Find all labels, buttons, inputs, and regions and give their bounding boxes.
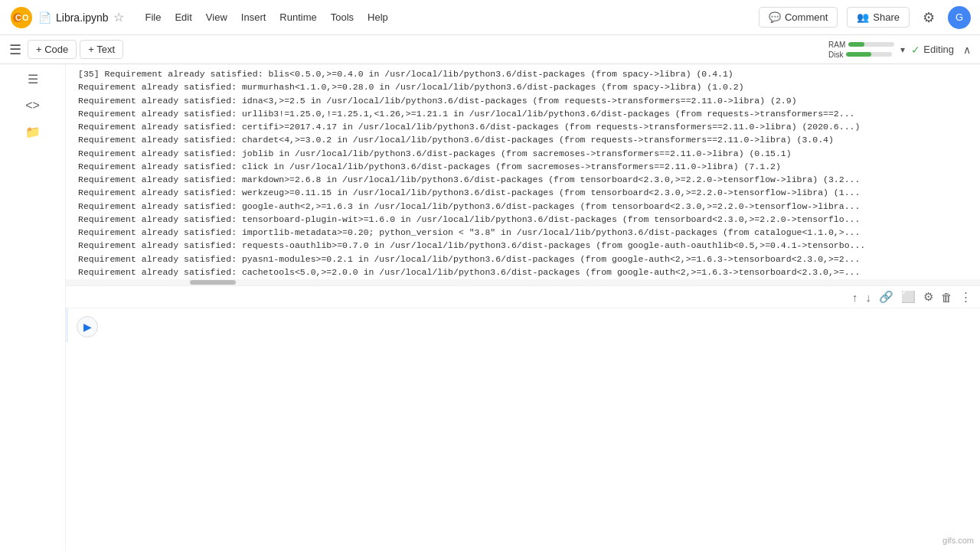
run-cell-button[interactable]: ▶	[77, 316, 98, 337]
table-of-contents-icon[interactable]: ☰	[24, 69, 41, 90]
file-icon: 📄	[38, 11, 51, 24]
ram-disk-dropdown-icon[interactable]: ▾	[900, 44, 905, 55]
svg-text:C: C	[15, 13, 21, 22]
output-line: Requirement already satisfied: idna<3,>=…	[78, 94, 980, 107]
next-cell: ▶	[66, 308, 980, 342]
watermark: gifs.com	[942, 536, 974, 545]
output-line: Requirement already satisfied: murmurhas…	[78, 80, 980, 93]
output-line: Requirement already satisfied: werkzeug>…	[78, 186, 980, 199]
move-up-button[interactable]: ↑	[850, 289, 861, 306]
add-text-label: + Text	[88, 44, 115, 55]
comment-button[interactable]: 💬 Comment	[759, 7, 838, 28]
link-button[interactable]: 🔗	[877, 288, 896, 306]
output-line: Requirement already satisfied: cachetool…	[78, 266, 980, 279]
menu-runtime[interactable]: Runtime	[273, 8, 322, 26]
editing-label: Editing	[923, 44, 954, 55]
menu-edit[interactable]: Edit	[168, 8, 198, 26]
ram-disk-widget[interactable]: RAM Disk	[828, 41, 894, 59]
disk-progress-bar	[846, 52, 892, 57]
add-code-button[interactable]: + Code	[28, 40, 77, 59]
ram-progress-bar	[848, 42, 894, 47]
cell-settings-button[interactable]: ⚙	[921, 288, 936, 306]
output-line: Requirement already satisfied: urllib3!=…	[78, 107, 980, 120]
comment-label: Comment	[785, 11, 828, 23]
move-down-button[interactable]: ↓	[864, 289, 874, 306]
left-gutter: ☰ <> 📁	[0, 64, 66, 551]
output-line: Requirement already satisfied: chardet<4…	[78, 133, 980, 146]
output-line: Requirement already satisfied: importlib…	[78, 226, 980, 239]
ram-progress-fill	[848, 42, 864, 47]
menu-insert[interactable]: Insert	[235, 8, 273, 26]
svg-text:O: O	[22, 13, 29, 22]
output-line: Requirement already satisfied: certifi>=…	[78, 120, 980, 133]
toolbar: ☰ + Code + Text RAM Disk ▾ ✓ Editing	[0, 35, 980, 64]
share-label: Share	[873, 11, 900, 23]
notebook-area: ☰ <> 📁 [35] Requirement already satisfie…	[0, 64, 980, 551]
menu-bar: File Edit View Insert Runtime Tools Help	[139, 8, 394, 26]
ram-label: RAM	[828, 41, 845, 49]
file-name[interactable]: Libra.ipynb	[56, 11, 109, 24]
menu-help[interactable]: Help	[361, 8, 394, 26]
add-code-label: + Code	[36, 44, 68, 55]
output-line: Requirement already satisfied: markdown>…	[78, 173, 980, 186]
delete-cell-button[interactable]: 🗑	[939, 289, 955, 306]
more-options-button[interactable]: ⋮	[958, 288, 974, 306]
ram-row: RAM	[828, 41, 894, 49]
output-line: Requirement already satisfied: requests-…	[78, 239, 980, 252]
output-content: [35] Requirement already satisfied: blis…	[66, 64, 980, 279]
add-text-button[interactable]: + Text	[80, 40, 123, 59]
disk-progress-fill	[846, 52, 871, 57]
cell-area: [35] Requirement already satisfied: blis…	[66, 64, 980, 551]
star-icon[interactable]: ☆	[113, 10, 124, 24]
output-line: Requirement already satisfied: pyasn1-mo…	[78, 253, 980, 266]
menu-file[interactable]: File	[139, 8, 168, 26]
output-line: Requirement already satisfied: rsa<5,>=3…	[78, 279, 980, 279]
menu-tools[interactable]: Tools	[325, 8, 360, 26]
output-line: Requirement already satisfied: joblib in…	[78, 147, 980, 160]
output-line: [35] Requirement already satisfied: blis…	[78, 67, 980, 80]
bottom-empty-area	[66, 342, 980, 551]
output-line: Requirement already satisfied: google-au…	[78, 200, 980, 213]
copy-cell-button[interactable]: ⬜	[899, 288, 918, 306]
settings-button[interactable]: ⚙	[919, 5, 939, 30]
top-header-bar: C O 📄 Libra.ipynb ☆ File Edit View Inser…	[0, 0, 980, 35]
menu-view[interactable]: View	[200, 8, 234, 26]
disk-label: Disk	[828, 51, 843, 59]
hamburger-menu-icon[interactable]: ☰	[6, 38, 24, 61]
colab-logo: C O	[9, 5, 34, 30]
collapse-panel-icon[interactable]: ∧	[960, 42, 974, 57]
scrollbar-thumb[interactable]	[190, 280, 236, 285]
output-line: Requirement already satisfied: tensorboa…	[78, 213, 980, 226]
share-icon: 👥	[857, 11, 869, 23]
files-icon[interactable]: 📁	[22, 122, 44, 142]
avatar[interactable]: G	[948, 6, 971, 29]
cell-action-toolbar: ↑ ↓ 🔗 ⬜ ⚙ 🗑 ⋮	[66, 285, 980, 308]
run-button-area: ▶	[68, 313, 106, 337]
comment-icon: 💬	[769, 11, 781, 23]
editing-status: ✓ Editing	[911, 44, 954, 56]
file-name-area: 📄 Libra.ipynb ☆	[38, 10, 124, 24]
toolbar-right: RAM Disk ▾ ✓ Editing ∧	[828, 41, 974, 59]
next-cell-content[interactable]	[106, 313, 980, 334]
editing-check-icon: ✓	[911, 44, 920, 56]
output-horizontal-scrollbar[interactable]	[66, 279, 980, 285]
avatar-initials: G	[956, 11, 963, 23]
share-button[interactable]: 👥 Share	[847, 7, 910, 28]
right-controls: 💬 Comment 👥 Share ⚙ G	[759, 5, 971, 30]
disk-row: Disk	[828, 51, 894, 59]
output-line: Requirement already satisfied: click in …	[78, 160, 980, 173]
code-icon[interactable]: <>	[22, 96, 43, 116]
